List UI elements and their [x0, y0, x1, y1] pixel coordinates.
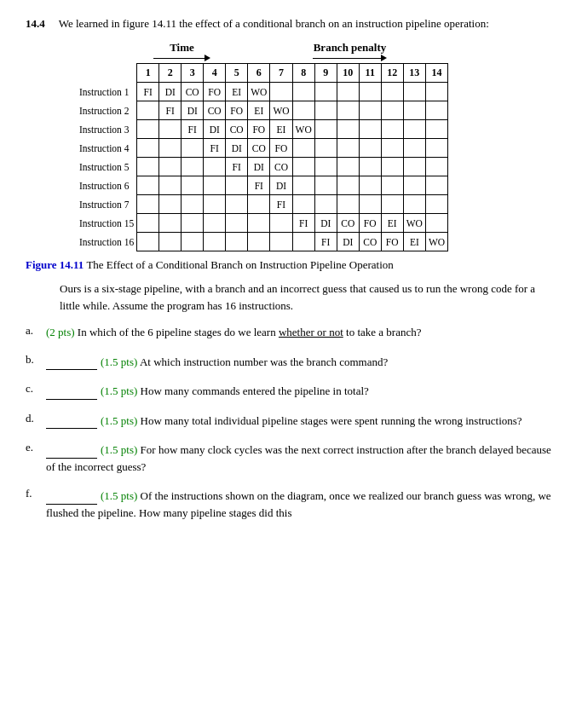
cell-r3-c3: FI [204, 139, 226, 158]
cell-r4-c11 [381, 158, 403, 176]
question-f-letter: f. [26, 487, 41, 500]
cell-r3-c2 [182, 139, 204, 158]
cell-r7-c3 [204, 214, 226, 233]
cell-r5-c6: DI [270, 176, 292, 195]
cell-r7-c10: FO [359, 214, 381, 233]
cell-r2-c6: EI [270, 120, 292, 139]
questions-section: a. (2 pts) In which of the 6 pipeline st… [26, 324, 556, 521]
instr-label-6: Instruction 7 [77, 195, 137, 214]
cell-r2-c7: WO [292, 120, 314, 139]
cell-r8-c9: DI [337, 233, 359, 251]
cell-r5-c4 [226, 176, 248, 195]
question-e-answer-line [46, 441, 97, 459]
cell-r4-c1 [159, 158, 182, 176]
cell-r0-c1: DI [159, 83, 182, 101]
col-header-3: 3 [182, 64, 204, 83]
col-header-6: 6 [248, 64, 270, 83]
cell-r7-c9: CO [337, 214, 359, 233]
cell-r0-c4: EI [226, 83, 248, 101]
cell-r2-c1 [159, 120, 182, 139]
cell-r6-c0 [137, 195, 159, 214]
cell-r4-c5: DI [248, 158, 270, 176]
cell-r0-c8 [314, 83, 337, 101]
col-header-10: 10 [337, 64, 359, 83]
cell-r1-c1: FI [159, 101, 182, 120]
col-header-8: 8 [292, 64, 314, 83]
question-d: d. (1.5 pts) How many total individual p… [26, 412, 556, 430]
question-c-letter: c. [26, 382, 41, 396]
cell-r8-c6 [270, 233, 292, 251]
question-a-body: (2 pts) In which of the 6 pipeline stage… [46, 324, 556, 341]
instr-label-0: Instruction 1 [77, 83, 137, 101]
cell-r6-c2 [182, 195, 204, 214]
col-header-12: 12 [381, 64, 403, 83]
cell-r6-c7 [292, 195, 314, 214]
col-header-4: 4 [204, 64, 226, 83]
table-row: Instruction 16FIDICOFOEIWO [77, 233, 448, 251]
cell-r1-c12 [403, 101, 425, 120]
cell-r0-c5: WO [248, 83, 270, 101]
question-d-letter: d. [26, 412, 41, 425]
cell-r6-c1 [159, 195, 182, 214]
cell-r2-c4: CO [226, 120, 248, 139]
cell-r1-c10 [359, 101, 381, 120]
figure-description: Ours is a six-stage pipeline, with a bra… [60, 280, 556, 314]
instr-label-2: Instruction 3 [77, 120, 137, 139]
cell-r7-c5 [248, 214, 270, 233]
cell-r7-c7: FI [292, 214, 314, 233]
cell-r8-c10: CO [359, 233, 381, 251]
section-number: 14.4 [26, 17, 45, 31]
cell-r2-c8 [314, 120, 337, 139]
figure-caption-text: The Effect of a Conditional Branch on In… [84, 258, 393, 271]
cell-r1-c0 [137, 101, 159, 120]
question-d-pts: (1.5 pts) [101, 414, 137, 427]
question-f-answer-line [46, 487, 97, 505]
table-row: Instruction 4FIDICOFO [77, 139, 448, 158]
time-label: Time [170, 41, 194, 55]
cell-r1-c3: CO [204, 101, 226, 120]
cell-r2-c2: FI [182, 120, 204, 139]
cell-r4-c0 [137, 158, 159, 176]
underline-whether-or-not: whether or not [279, 326, 343, 338]
diagram-container: Time Branch penalty 1 2 3 4 5 6 [77, 41, 556, 251]
question-c-pts: (1.5 pts) [101, 384, 137, 397]
table-row: Instruction 7FI [77, 195, 448, 214]
cell-r5-c10 [359, 176, 381, 195]
col-header-2: 2 [159, 64, 182, 83]
col-header-1: 1 [137, 64, 159, 83]
question-a: a. (2 pts) In which of the 6 pipeline st… [26, 324, 556, 341]
cell-r5-c5: FI [248, 176, 270, 195]
cell-r0-c3: FO [204, 83, 226, 101]
cell-r8-c13: WO [425, 233, 447, 251]
cell-r4-c6: CO [270, 158, 292, 176]
cell-r1-c8 [314, 101, 337, 120]
table-row: Instruction 5FIDICO [77, 158, 448, 176]
cell-r0-c6 [270, 83, 292, 101]
question-c: c. (1.5 pts) How many commands entered t… [26, 382, 556, 400]
table-row: Instruction 3FIDICOFOEIWO [77, 120, 448, 139]
cell-r4-c8 [314, 158, 337, 176]
cell-r8-c0 [137, 233, 159, 251]
table-row: Instruction 1FIDICOFOEIWO [77, 83, 448, 101]
cell-r3-c1 [159, 139, 182, 158]
cell-r0-c7 [292, 83, 314, 101]
cell-r1-c6: WO [270, 101, 292, 120]
cell-r7-c4 [226, 214, 248, 233]
question-b-letter: b. [26, 353, 41, 367]
cell-r7-c1 [159, 214, 182, 233]
cell-r5-c1 [159, 176, 182, 195]
cell-r0-c2: CO [182, 83, 204, 101]
instr-label-4: Instruction 5 [77, 158, 137, 176]
cell-r8-c5 [248, 233, 270, 251]
question-f-pts: (1.5 pts) [101, 489, 137, 502]
cell-r3-c8 [314, 139, 337, 158]
cell-r4-c9 [337, 158, 359, 176]
cell-r1-c5: EI [248, 101, 270, 120]
col-header-9: 9 [314, 64, 337, 83]
cell-r3-c10 [359, 139, 381, 158]
question-a-pts: (2 pts) [46, 326, 75, 338]
col-header-7: 7 [270, 64, 292, 83]
figure-caption: Figure 14.11 The Effect of a Conditional… [26, 258, 556, 272]
question-e-letter: e. [26, 441, 41, 454]
question-c-body: (1.5 pts) How many commands entered the … [46, 382, 556, 400]
